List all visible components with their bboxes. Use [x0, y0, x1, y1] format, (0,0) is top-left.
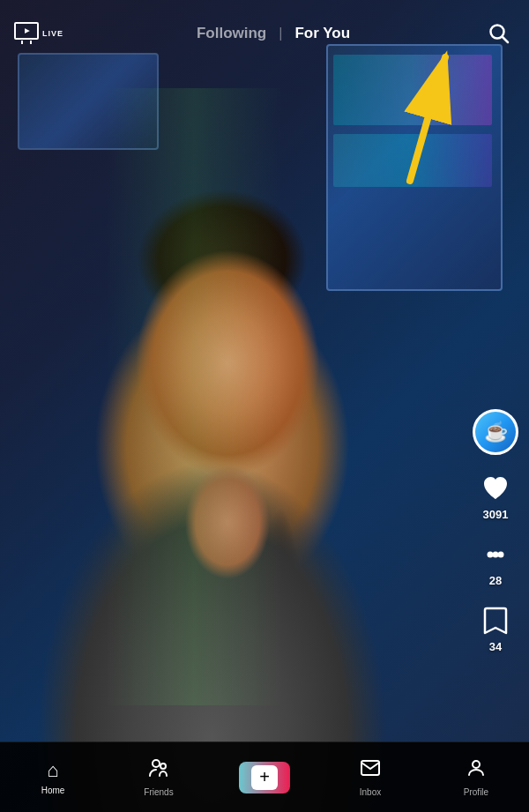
right-action-buttons: ☕ 3091 28 34	[473, 409, 518, 653]
bookmark-count: 34	[489, 640, 502, 653]
video-background	[0, 0, 529, 812]
home-icon: ⌂	[47, 759, 58, 782]
search-icon	[488, 22, 510, 45]
bookmark-button[interactable]	[480, 605, 511, 637]
inbox-icon	[360, 757, 381, 784]
creator-avatar[interactable]: ☕	[473, 409, 518, 455]
tab-for-you[interactable]: For You	[289, 21, 355, 46]
bottom-nav-profile[interactable]: Profile	[423, 757, 529, 797]
home-label: Home	[41, 786, 65, 795]
comment-button[interactable]	[480, 539, 511, 570]
like-button-group[interactable]: 3091	[480, 473, 511, 521]
friends-icon	[148, 757, 169, 784]
bottom-nav-friends[interactable]: Friends	[106, 757, 212, 797]
inbox-label: Inbox	[360, 787, 381, 797]
comment-button-group[interactable]: 28	[480, 539, 511, 587]
avatar-emoji: ☕	[484, 421, 508, 443]
profile-icon	[466, 757, 487, 784]
avatar-image: ☕	[475, 412, 516, 452]
tab-following[interactable]: Following	[191, 21, 272, 46]
comment-count: 28	[489, 574, 502, 587]
profile-svg	[466, 757, 487, 778]
inbox-svg	[360, 757, 381, 778]
add-icon: +	[251, 765, 278, 790]
nav-tabs: Following | For You	[191, 21, 355, 46]
tv-leg-right	[30, 41, 32, 44]
svg-point-8	[160, 764, 166, 769]
tv-icon: ▶	[14, 22, 39, 44]
svg-point-5	[493, 552, 499, 558]
bottom-nav-create[interactable]: +	[212, 762, 317, 793]
search-button[interactable]	[483, 18, 515, 49]
person-bg	[0, 88, 529, 812]
tv-legs	[21, 41, 32, 44]
tv-leg-left	[21, 41, 23, 44]
svg-point-10	[473, 761, 480, 768]
svg-point-6	[498, 552, 504, 558]
bottom-nav-home[interactable]: ⌂ Home	[0, 759, 106, 795]
heart-icon	[480, 473, 511, 504]
bookmark-button-group[interactable]: 34	[480, 605, 511, 653]
like-button[interactable]	[480, 473, 511, 504]
bottom-navigation: ⌂ Home Friends + Inbox	[0, 741, 529, 812]
like-count: 3091	[483, 508, 509, 521]
bookmark-icon	[481, 605, 510, 637]
svg-line-1	[503, 36, 509, 42]
svg-point-7	[153, 760, 160, 767]
tv-screen: ▶	[14, 22, 39, 40]
comment-icon	[480, 539, 511, 570]
create-button[interactable]: +	[239, 762, 290, 793]
live-label: LIVE	[42, 29, 63, 38]
profile-label: Profile	[464, 787, 488, 797]
nav-divider: |	[279, 26, 282, 41]
bottom-nav-inbox[interactable]: Inbox	[317, 757, 423, 797]
friends-label: Friends	[144, 787, 173, 797]
live-badge[interactable]: ▶ LIVE	[14, 22, 63, 44]
top-navigation: ▶ LIVE Following | For You	[0, 0, 529, 66]
svg-point-4	[488, 552, 494, 558]
friends-svg	[148, 757, 169, 778]
live-text-inside: ▶	[25, 27, 29, 34]
